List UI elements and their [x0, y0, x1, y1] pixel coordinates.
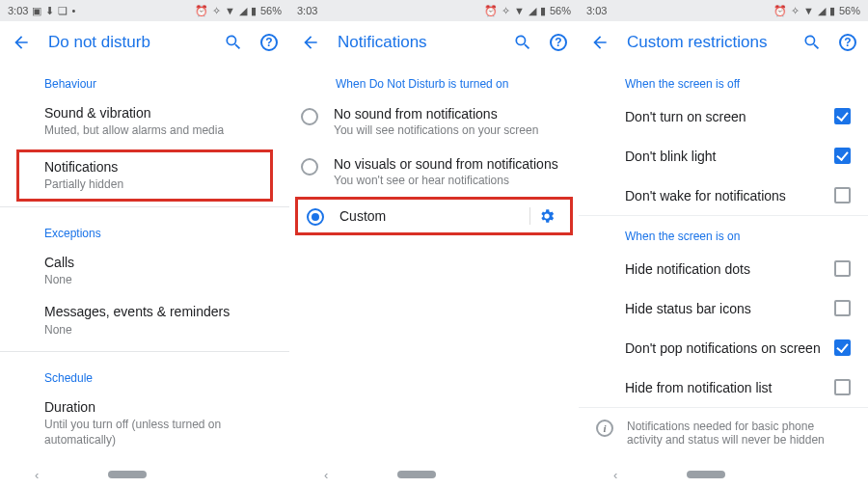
- radio-icon[interactable]: [307, 208, 324, 226]
- search-icon[interactable]: [513, 33, 532, 52]
- row-duration[interactable]: Duration Until you turn off (unless turn…: [0, 391, 289, 455]
- search-icon[interactable]: [224, 33, 243, 52]
- vibrate-icon: ✧: [212, 6, 221, 16]
- checkbox[interactable]: [834, 379, 851, 395]
- row-sound-vibration[interactable]: Sound & vibration Muted, but allow alarm…: [0, 96, 289, 147]
- checkbox[interactable]: [834, 187, 851, 203]
- row-dont-turn-on-screen[interactable]: Don't turn on screen: [579, 96, 868, 136]
- signal-icon: ◢: [239, 6, 247, 16]
- checkbox[interactable]: [834, 339, 851, 356]
- alarm-icon: ⏰: [484, 6, 498, 16]
- help-icon[interactable]: ?: [839, 34, 856, 51]
- row-dont-wake[interactable]: Don't wake for notifications: [579, 176, 868, 215]
- radio-icon[interactable]: [301, 158, 318, 176]
- row-messages[interactable]: Messages, events & reminders None: [0, 295, 289, 345]
- pane-do-not-disturb: 3:03 ▣ ⬇ ❏ • ⏰ ✧ ▼ ◢ ▮ 56% Do not distur…: [0, 0, 289, 488]
- checkbox[interactable]: [834, 260, 851, 277]
- nav-back-icon[interactable]: ‹: [613, 468, 617, 482]
- radio-custom[interactable]: Custom: [295, 197, 573, 235]
- nav-home-pill[interactable]: [687, 471, 725, 478]
- help-icon[interactable]: ?: [550, 34, 567, 51]
- pane-custom-restrictions: 3:03 ⏰ ✧ ▼ ◢ ▮ 56% Custom restrictions ?…: [579, 0, 868, 488]
- row-hide-statusbar[interactable]: Hide status bar icons: [579, 288, 868, 328]
- battery-icon: ▮: [251, 6, 257, 16]
- nav-back-icon[interactable]: ‹: [324, 468, 328, 482]
- nav-home-pill[interactable]: [108, 471, 147, 478]
- info-row: i Notifications needed for basic phone a…: [579, 408, 868, 458]
- status-sd-icon: ❏: [58, 6, 68, 16]
- back-icon[interactable]: [590, 33, 610, 52]
- page-title: Notifications: [338, 33, 496, 52]
- row-dont-blink-light[interactable]: Don't blink light: [579, 136, 868, 176]
- info-icon: i: [596, 420, 613, 437]
- section-exceptions: Exceptions: [0, 213, 289, 246]
- nav-bar: ‹: [289, 461, 579, 488]
- section-screen-off: When the screen is off: [579, 64, 868, 96]
- signal-icon: ◢: [529, 6, 536, 16]
- status-bar: 3:03 ⏰ ✧ ▼ ◢ ▮ 56%: [289, 0, 579, 21]
- app-bar: Do not disturb ?: [0, 21, 289, 64]
- radio-no-sound[interactable]: No sound from notifications You will see…: [289, 96, 579, 147]
- nav-back-icon[interactable]: ‹: [35, 468, 39, 482]
- status-notif-icon: ▣: [32, 6, 41, 16]
- row-calls[interactable]: Calls None: [0, 246, 289, 296]
- checkbox[interactable]: [834, 108, 851, 124]
- vibrate-icon: ✧: [791, 6, 800, 16]
- row-notifications[interactable]: Notifications Partially hidden: [17, 150, 272, 201]
- vibrate-icon: ✧: [502, 6, 510, 16]
- section-behaviour: Behaviour: [0, 64, 289, 96]
- checkbox[interactable]: [834, 300, 851, 316]
- page-title: Do not disturb: [48, 33, 206, 52]
- battery-icon: ▮: [829, 6, 835, 16]
- pane-notifications: 3:03 ⏰ ✧ ▼ ◢ ▮ 56% Notifications ? When …: [289, 0, 579, 488]
- checkbox[interactable]: [834, 148, 851, 164]
- row-hide-from-list[interactable]: Hide from notification list: [579, 367, 868, 407]
- status-bar: 3:03 ▣ ⬇ ❏ • ⏰ ✧ ▼ ◢ ▮ 56%: [0, 0, 289, 21]
- search-icon[interactable]: [802, 33, 822, 52]
- app-bar: Notifications ?: [289, 21, 579, 64]
- battery-icon: ▮: [540, 6, 546, 16]
- battery-pct: 56%: [260, 5, 282, 16]
- section-dnd-on: When Do Not Disturb is turned on: [289, 64, 579, 96]
- battery-pct: 56%: [550, 5, 571, 16]
- alarm-icon: ⏰: [195, 6, 208, 16]
- status-time: 3:03: [8, 5, 28, 16]
- radio-no-visuals[interactable]: No visuals or sound from notifications Y…: [289, 147, 579, 197]
- status-download-icon: ⬇: [45, 6, 54, 16]
- battery-pct: 56%: [839, 5, 860, 16]
- wifi-icon: ▼: [803, 6, 814, 16]
- nav-bar: ‹: [0, 461, 289, 488]
- status-dot-icon: •: [71, 6, 75, 16]
- wifi-icon: ▼: [514, 6, 525, 16]
- divider: [0, 206, 289, 207]
- nav-home-pill[interactable]: [397, 471, 436, 478]
- divider: [0, 351, 289, 352]
- signal-icon: ◢: [818, 6, 826, 16]
- info-text: Notifications needed for basic phone act…: [627, 420, 851, 447]
- alarm-icon: ⏰: [773, 6, 787, 16]
- page-title: Custom restrictions: [627, 33, 785, 52]
- nav-bar: ‹: [579, 461, 868, 488]
- wifi-icon: ▼: [225, 6, 235, 16]
- status-time: 3:03: [586, 5, 607, 16]
- row-hide-dots[interactable]: Hide notification dots: [579, 249, 868, 288]
- section-screen-on: When the screen is on: [579, 216, 868, 249]
- status-bar: 3:03 ⏰ ✧ ▼ ◢ ▮ 56%: [579, 0, 868, 21]
- back-icon[interactable]: [12, 33, 31, 52]
- help-icon[interactable]: ?: [260, 34, 278, 51]
- row-dont-pop[interactable]: Don't pop notifications on screen: [579, 328, 868, 367]
- back-icon[interactable]: [301, 33, 320, 52]
- section-schedule: Schedule: [0, 358, 289, 391]
- status-time: 3:03: [297, 5, 317, 16]
- app-bar: Custom restrictions ?: [579, 21, 868, 64]
- radio-icon[interactable]: [301, 108, 318, 125]
- gear-icon[interactable]: [529, 207, 556, 225]
